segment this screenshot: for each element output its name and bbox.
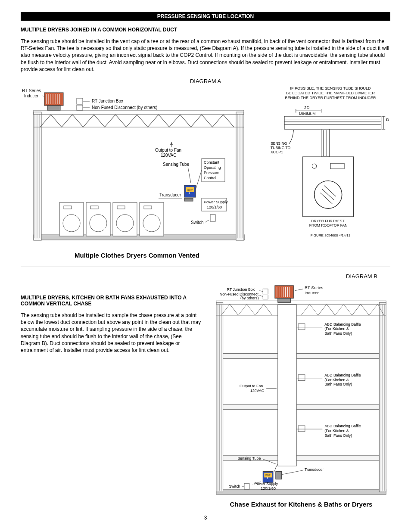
b-abd2: ABD Balancing Baffle [324,373,361,377]
diagram-a-caption: Multiple Clothes Dryers Common Vented [21,252,253,259]
b-sensing: Sensing Tube [237,456,261,460]
label-sensing-tube: Sensing Tube [163,162,190,167]
svg-rect-20 [77,98,83,104]
svg-rect-91 [263,289,268,294]
svg-rect-106 [298,426,305,432]
svg-line-24 [42,95,44,97]
svg-line-95 [295,289,303,291]
b-abd1: ABD Balancing Baffle [324,322,361,326]
figure-number: FIGURE 8054008 4/14/11 [271,233,390,238]
label-output: Output to Fan [155,148,181,152]
label-sensing2: TUBING TO [271,146,291,150]
label-sensing3: XCOP1 [271,150,283,154]
svg-rect-70 [216,489,386,495]
svg-rect-82 [275,286,293,299]
label-inducer: Inducer [24,93,39,98]
b-abd3b: (For Kitchen & [324,429,349,433]
label-cop2: Operating [204,165,221,170]
diagram-a-svg: RT Junction Box Non-Fused Disconnect (by… [21,86,253,250]
section-b-heading: MULTIPLE DRYERS, KITCHEN OR BATH FANS EX… [21,295,202,307]
svg-line-115 [282,470,303,475]
svg-rect-19 [47,106,60,110]
svg-line-93 [259,291,263,292]
svg-rect-79 [216,301,386,304]
section-a-paragraph: The sensing tube should be installed in … [21,38,390,73]
side-figure-svg: 2D MINIMUM D SENSING TUBING TO XCOP1 [271,103,390,231]
svg-rect-114 [276,472,282,479]
side-note-3: BEHIND THE DRYER FURTHEST FROM INDUCER [271,96,390,100]
b-abd3c: Bath Fans Only) [324,433,352,438]
diagram-a: RT Junction Box Non-Fused Disconnect (by… [21,86,253,259]
b-hz: 120/1/60 [261,486,276,491]
label-voltage: 120VAC [161,153,177,158]
label-dryer2: FROM ROOFTOP FAN [309,223,347,227]
svg-rect-98 [223,404,278,410]
svg-rect-92 [263,295,268,299]
b-by-others: (by others) [240,296,258,300]
svg-rect-104 [298,375,305,381]
label-hz: 120/1/60 [207,205,222,209]
label-rt-junction: RT Junction Box [92,99,123,103]
label-cop4: Control [204,176,216,180]
svg-rect-90 [278,298,291,302]
label-cop3: Pressure [204,171,219,175]
diagram-a-row: RT Junction Box Non-Fused Disconnect (by… [21,86,390,259]
divider [21,267,390,267]
label-transducer: Transducer [159,193,181,197]
svg-text:COP: COP [265,474,271,476]
svg-rect-60 [321,129,330,157]
label-power: Power Supply [204,200,228,204]
b-output: Output to Fan [240,384,263,388]
diagram-b-svg: RT Junction Box Non-Fused Disconnect (by… [212,281,390,498]
b-switch: Switch [229,484,240,488]
svg-text:COP: COP [187,189,193,191]
page-number: 3 [21,515,390,521]
svg-rect-97 [296,354,379,359]
svg-line-44 [196,170,202,190]
b-abd2c: Bath Fans Only) [324,382,352,386]
section-b-text: MULTIPLE DRYERS, KITCHEN OR BATH FANS EX… [21,273,202,359]
section-b: MULTIPLE DRYERS, KITCHEN OR BATH FANS EX… [21,273,390,508]
b-abd1b: (For Kitchen & [324,327,349,331]
svg-rect-81 [278,305,296,466]
svg-rect-48 [210,215,215,221]
svg-rect-11 [44,93,63,106]
side-note-2: BE LOCATED TWICE THE MANIFOLD DIAMETER [271,91,390,96]
svg-rect-102 [298,324,305,330]
diagram-b-caption: Chase Exhaust for Kitchens & Baths or Dr… [212,501,390,508]
diagram-a-label: DIAGRAM A [21,78,390,84]
section-a-heading: MULTIPLE DRYERS JOINED IN A COMMON HORIZ… [21,27,390,33]
svg-rect-41 [184,198,193,201]
b-disconnect: Non-Fused Disconnect [220,292,259,296]
diagram-a-side-figure: IF POSSIBLE, THE SENSING TUBE SHOULD BE … [271,86,390,237]
label-disconnect: Non-Fused Disconnect (by others) [92,105,157,110]
b-power: Power Supply [255,482,278,486]
b-transducer: Transducer [305,467,324,472]
section-bar: PRESSURE SENSING TUBE LOCATION [21,12,390,21]
svg-rect-116 [244,483,249,489]
b-inducer: Inducer [305,290,319,295]
side-note-1: IF POSSIBLE, THE SENSING TUBE SHOULD [271,86,390,91]
b-abd1c: Bath Fans Only) [324,331,352,336]
svg-line-46 [188,167,191,183]
svg-rect-96 [223,354,278,359]
b-abd3: ABD Balancing Baffle [324,424,361,428]
b-rt-junction: RT Junction Box [227,287,255,292]
svg-rect-101 [296,455,379,460]
svg-line-94 [259,295,263,296]
b-abd2b: (For Kitchen & [324,378,349,382]
section-b-paragraph: The sensing tube should be installed to … [21,312,202,354]
b-rt-series: RT Series [305,285,323,290]
label-min: MINIMUM [299,112,315,116]
svg-rect-63 [303,157,354,217]
svg-rect-21 [77,105,83,110]
svg-rect-50 [284,116,381,129]
label-2d: 2D [304,105,309,110]
diagram-b-container: DIAGRAM B RT J [212,273,390,508]
label-switch: Switch [191,220,203,225]
label-d: D [386,117,389,122]
svg-rect-99 [296,404,379,410]
svg-text:2: 2 [267,477,268,479]
label-sensing1: SENSING [271,142,287,146]
svg-rect-9 [34,110,244,115]
